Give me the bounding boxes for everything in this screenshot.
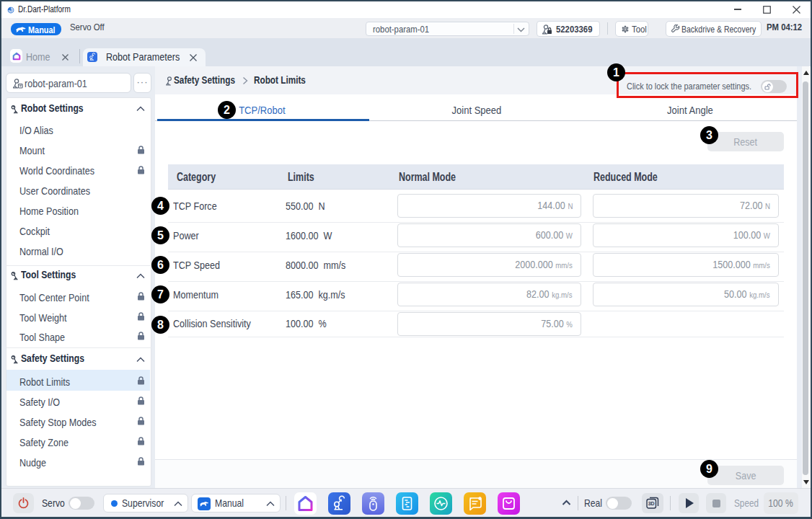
svg-text:3D: 3D bbox=[648, 501, 655, 506]
